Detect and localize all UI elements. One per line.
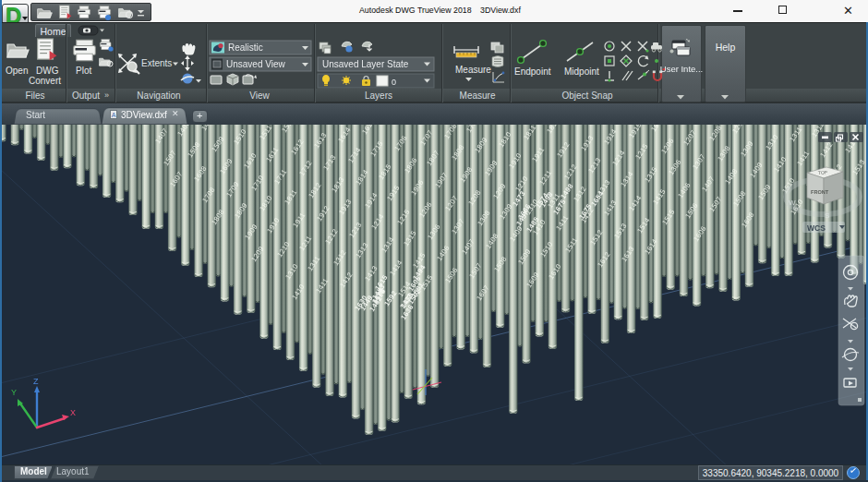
- svg-text:WCS: WCS: [807, 223, 826, 233]
- svg-text:0: 0: [392, 78, 396, 87]
- svg-text:FRONT: FRONT: [811, 189, 829, 195]
- svg-text:S: S: [825, 211, 829, 220]
- svg-text:W: W: [789, 199, 796, 207]
- svg-text:Z: Z: [33, 377, 39, 386]
- svg-text:TOP: TOP: [818, 169, 828, 175]
- svg-text:Y: Y: [11, 388, 17, 397]
- svg-text:X: X: [70, 408, 76, 417]
